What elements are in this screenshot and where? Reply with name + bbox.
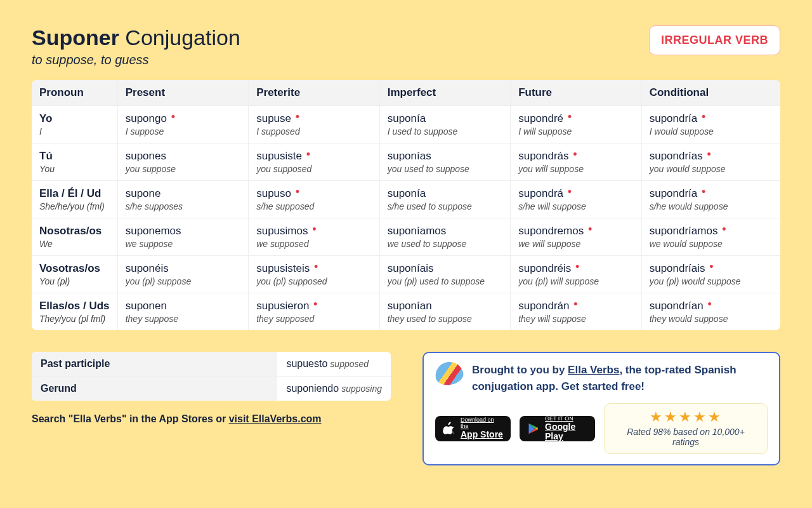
stars-icon: ★★★★★ <box>616 409 756 425</box>
table-row: YoIsupongo •I supposesupuse •I supposeds… <box>32 106 780 144</box>
conjugation-cell: supusieron •they supposed <box>249 293 380 330</box>
irregular-badge: IRREGULAR VERB <box>649 25 780 55</box>
table-row: Ellas/os / UdsThey/you (pl fml)suponenth… <box>32 293 780 330</box>
conjugation-cell: supondríais •you (pl) would suppose <box>642 256 780 293</box>
table-row: Ella / Él / UdShe/he/you (fml)supones/he… <box>32 181 780 218</box>
table-row: Vosotras/osYou (pl)suponéisyou (pl) supp… <box>32 256 780 293</box>
googleplay-icon <box>527 422 540 435</box>
verb-name: Suponer <box>32 25 119 50</box>
table-row: TúYousuponesyou supposesupusiste •you su… <box>32 144 780 181</box>
promo-text: Brought to you by Ella Verbs, the top-ra… <box>472 362 768 394</box>
conjugation-cell: supusiste •you supposed <box>249 144 380 181</box>
promo-box: Brought to you by Ella Verbs, the top-ra… <box>422 352 780 465</box>
conjugation-cell: suponíanthey used to suppose <box>380 293 511 330</box>
rating-text: Rated 98% based on 10,000+ ratings <box>616 427 756 447</box>
search-instruction: Search "Ella Verbs" in the App Stores or… <box>32 413 391 425</box>
conjugation-cell: supusisteis •you (pl) supposed <box>249 256 380 293</box>
rating-box: ★★★★★ Rated 98% based on 10,000+ ratings <box>604 403 768 454</box>
ellaverbs-logo-icon <box>433 359 465 387</box>
conjugation-cell: supondrán •they will suppose <box>511 293 642 330</box>
conjugation-cell: suponíasyou used to suppose <box>380 144 511 181</box>
header: Suponer Conjugation to suppose, to guess… <box>32 25 780 67</box>
table-header-row: PronounPresentPreteriteImperfectFutureCo… <box>32 80 780 106</box>
conjugation-cell: supondría •I would suppose <box>642 106 780 144</box>
pronoun-cell: YoI <box>32 106 118 144</box>
conjugation-cell: suponéisyou (pl) suppose <box>118 256 249 293</box>
column-header: Pronoun <box>32 80 118 106</box>
conjugation-cell: suponíaI used to suppose <box>380 106 511 144</box>
pronoun-cell: Vosotras/osYou (pl) <box>32 256 118 293</box>
pronoun-cell: Ella / Él / UdShe/he/you (fml) <box>32 181 118 218</box>
conjugation-cell: suponenthey suppose <box>118 293 249 330</box>
conjugation-cell: supondrían •they would suppose <box>642 293 780 330</box>
pronoun-cell: Ellas/os / UdsThey/you (pl fml) <box>32 293 118 330</box>
conjugation-cell: supondré •I will suppose <box>511 106 642 144</box>
pronoun-cell: Nosotras/osWe <box>32 218 118 256</box>
conjugation-cell: supones/he supposes <box>118 181 249 218</box>
ellaverbs-link[interactable]: visit EllaVerbs.com <box>229 413 322 424</box>
participle-table: Past participle supuestosupposed Gerund … <box>32 352 391 401</box>
conjugation-cell: supondría •s/he would suppose <box>642 181 780 218</box>
conjugation-cell: supondrías •you would suppose <box>642 144 780 181</box>
pronoun-cell: TúYou <box>32 144 118 181</box>
apple-icon <box>443 422 455 436</box>
verb-meaning: to suppose, to guess <box>32 53 240 67</box>
conjugation-cell: suponesyou suppose <box>118 144 249 181</box>
column-header: Preterite <box>249 80 380 106</box>
page-title: Suponer Conjugation <box>32 25 240 50</box>
title-suffix: Conjugation <box>125 25 240 50</box>
table-row: Past participle supuestosupposed <box>32 352 391 377</box>
conjugation-cell: supondrás •you will suppose <box>511 144 642 181</box>
appstore-button[interactable]: Download on theApp Store <box>435 416 511 441</box>
conjugation-cell: suponíaisyou (pl) used to suppose <box>380 256 511 293</box>
column-header: Imperfect <box>380 80 511 106</box>
conjugation-cell: suponíamoswe used to suppose <box>380 218 511 256</box>
column-header: Conditional <box>642 80 780 106</box>
conjugation-cell: supuso •s/he supposed <box>249 181 380 218</box>
conjugation-cell: supongo •I suppose <box>118 106 249 144</box>
conjugation-cell: suponías/he used to suppose <box>380 181 511 218</box>
past-participle-label: Past participle <box>32 352 277 377</box>
conjugation-cell: supusimos •we supposed <box>249 218 380 256</box>
conjugation-cell: suponemoswe suppose <box>118 218 249 256</box>
conjugation-cell: supondréis •you (pl) will suppose <box>511 256 642 293</box>
googleplay-button[interactable]: GET IT ONGoogle Play <box>520 416 595 441</box>
conjugation-cell: supondremos •we will suppose <box>511 218 642 256</box>
conjugation-cell: supondríamos •we would suppose <box>642 218 780 256</box>
table-row: Nosotras/osWesuponemoswe supposesupusimo… <box>32 218 780 256</box>
conjugation-cell: supondrá •s/he will suppose <box>511 181 642 218</box>
conjugation-table: PronounPresentPreteriteImperfectFutureCo… <box>32 80 780 330</box>
past-participle-value: supuestosupposed <box>277 352 391 377</box>
column-header: Future <box>511 80 642 106</box>
column-header: Present <box>118 80 249 106</box>
gerund-label: Gerund <box>32 377 277 401</box>
table-row: Gerund suponiendosupposing <box>32 377 391 401</box>
ellaverbs-promo-link[interactable]: Ella Verbs <box>568 364 619 376</box>
conjugation-cell: supuse •I supposed <box>249 106 380 144</box>
gerund-value: suponiendosupposing <box>277 377 391 401</box>
